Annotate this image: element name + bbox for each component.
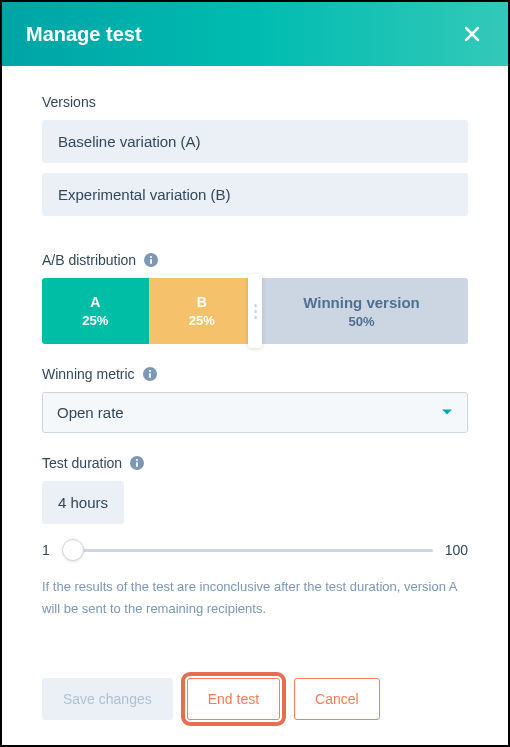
modal-header: Manage test — [2, 2, 508, 66]
info-icon[interactable] — [130, 456, 144, 470]
modal-title: Manage test — [26, 23, 142, 46]
duration-slider-row: 1 100 — [42, 542, 468, 558]
svg-rect-4 — [150, 259, 152, 264]
caret-down-icon — [441, 404, 453, 421]
svg-rect-7 — [149, 373, 151, 378]
dist-b-label: B — [197, 294, 207, 310]
version-a-box[interactable]: Baseline variation (A) — [42, 120, 468, 163]
metric-selected-value: Open rate — [57, 404, 124, 421]
metric-select[interactable]: Open rate — [42, 392, 468, 433]
versions-section: Versions Baseline variation (A) Experime… — [42, 94, 468, 226]
version-b-box[interactable]: Experimental variation (B) — [42, 173, 468, 216]
save-changes-button[interactable]: Save changes — [42, 678, 173, 720]
dist-a-pct: 25% — [82, 313, 108, 328]
distribution-section: A/B distribution A 25% B 25% Winning ver… — [42, 252, 468, 344]
duration-section: Test duration 4 hours 1 100 If the resul… — [42, 455, 468, 620]
metric-label: Winning metric — [42, 366, 468, 382]
dist-a-label: A — [90, 294, 100, 310]
dist-win-label: Winning version — [303, 294, 420, 311]
distribution-bar: A 25% B 25% Winning version 50% — [42, 278, 468, 344]
metric-label-text: Winning metric — [42, 366, 135, 382]
svg-point-9 — [136, 459, 138, 461]
dist-win-pct: 50% — [348, 314, 374, 329]
distribution-label-text: A/B distribution — [42, 252, 136, 268]
dist-b-pct: 25% — [189, 313, 215, 328]
distribution-segment-winning: Winning version 50% — [255, 278, 468, 344]
versions-label: Versions — [42, 94, 468, 110]
duration-label-text: Test duration — [42, 455, 122, 471]
distribution-segment-a: A 25% — [42, 278, 149, 344]
svg-rect-10 — [136, 462, 138, 467]
end-test-label: End test — [208, 691, 259, 707]
info-icon[interactable] — [144, 253, 158, 267]
duration-note: If the results of the test are inconclus… — [42, 576, 468, 620]
svg-point-3 — [150, 256, 152, 258]
slider-thumb[interactable] — [62, 539, 84, 561]
cancel-button[interactable]: Cancel — [294, 678, 380, 720]
drag-handle-icon[interactable] — [248, 274, 262, 348]
duration-label: Test duration — [42, 455, 468, 471]
distribution-label: A/B distribution — [42, 252, 468, 268]
svg-point-6 — [148, 370, 150, 372]
modal-body: Versions Baseline variation (A) Experime… — [2, 66, 508, 658]
modal-footer: Save changes End test Cancel — [2, 658, 508, 747]
slider-min: 1 — [42, 542, 50, 558]
end-test-button[interactable]: End test — [187, 678, 280, 720]
duration-slider[interactable] — [62, 549, 433, 552]
close-icon[interactable] — [460, 22, 484, 46]
distribution-segment-b: B 25% — [149, 278, 256, 344]
metric-section: Winning metric Open rate — [42, 366, 468, 433]
duration-value: 4 hours — [42, 481, 124, 524]
info-icon[interactable] — [143, 367, 157, 381]
slider-max: 100 — [445, 542, 468, 558]
